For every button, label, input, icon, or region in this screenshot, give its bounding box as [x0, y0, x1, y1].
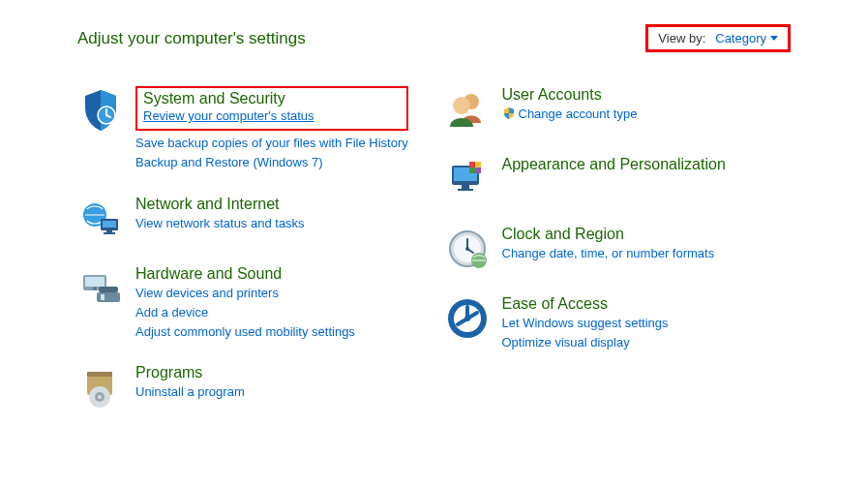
svg-rect-9: [99, 287, 118, 292]
change-account-type-text: Change account type: [519, 107, 638, 121]
svg-point-33: [464, 316, 470, 321]
view-by-highlight: View by: Category: [645, 24, 791, 52]
svg-rect-21: [462, 185, 469, 189]
left-column: System and Security Review your computer…: [77, 86, 425, 434]
backup-restore-link[interactable]: Backup and Restore (Windows 7): [135, 154, 408, 171]
svg-rect-24: [475, 162, 481, 167]
review-status-link[interactable]: Review your computer's status: [143, 107, 401, 125]
svg-rect-23: [469, 162, 475, 167]
category-clock: Clock and Region Change date, time, or n…: [444, 226, 792, 272]
svg-rect-26: [475, 167, 481, 173]
right-column: User Accounts Change account type: [444, 86, 792, 434]
clock-title[interactable]: Clock and Region: [502, 226, 715, 243]
hardware-icon[interactable]: [77, 265, 124, 312]
view-by-label: View by:: [658, 31, 705, 46]
svg-rect-5: [104, 232, 115, 234]
page-title: Adjust your computer's settings: [77, 29, 306, 48]
view-by-value-text: Category: [715, 31, 766, 46]
ease-of-access-icon[interactable]: [444, 295, 491, 342]
date-time-formats-link[interactable]: Change date, time, or number formats: [502, 245, 715, 262]
svg-point-8: [93, 287, 97, 290]
network-status-link[interactable]: View network status and tasks: [135, 215, 305, 232]
clock-icon[interactable]: [444, 226, 491, 272]
category-ease-of-access: Ease of Access Let Windows suggest setti…: [444, 295, 792, 351]
shield-icon[interactable]: [77, 86, 124, 133]
category-hardware: Hardware and Sound View devices and prin…: [77, 265, 425, 342]
category-user-accounts: User Accounts Change account type: [444, 86, 792, 133]
svg-point-29: [465, 247, 469, 251]
category-appearance: Appearance and Personalization: [444, 156, 792, 202]
caret-down-icon: [770, 36, 778, 41]
system-security-title[interactable]: System and Security: [143, 90, 401, 107]
network-icon[interactable]: [77, 196, 124, 242]
svg-point-16: [98, 395, 102, 399]
svg-point-18: [453, 97, 470, 114]
uninstall-link[interactable]: Uninstall a program: [135, 383, 245, 401]
hardware-title[interactable]: Hardware and Sound: [135, 265, 355, 283]
svg-rect-10: [97, 292, 120, 302]
programs-title[interactable]: Programs: [135, 364, 245, 381]
suggest-settings-link[interactable]: Let Windows suggest settings: [502, 315, 669, 332]
svg-rect-11: [101, 294, 105, 300]
category-network: Network and Internet View network status…: [77, 196, 425, 242]
svg-rect-4: [106, 230, 112, 232]
ease-of-access-title[interactable]: Ease of Access: [502, 295, 669, 313]
appearance-icon[interactable]: [444, 156, 491, 202]
svg-rect-7: [85, 277, 105, 287]
network-title[interactable]: Network and Internet: [135, 196, 305, 213]
user-accounts-title[interactable]: User Accounts: [502, 86, 638, 104]
category-programs: Programs Uninstall a program: [77, 364, 425, 411]
optimize-display-link[interactable]: Optimize visual display: [502, 334, 669, 351]
devices-printers-link[interactable]: View devices and printers: [135, 285, 355, 302]
uac-shield-icon: [502, 107, 516, 120]
file-history-link[interactable]: Save backup copies of your files with Fi…: [135, 135, 408, 152]
svg-rect-13: [87, 372, 112, 377]
appearance-title[interactable]: Appearance and Personalization: [502, 156, 726, 173]
programs-icon[interactable]: [77, 364, 124, 411]
change-account-type-link[interactable]: Change account type: [502, 106, 638, 123]
category-system-security: System and Security Review your computer…: [77, 86, 425, 172]
view-by-dropdown[interactable]: Category: [715, 31, 778, 46]
add-device-link[interactable]: Add a device: [135, 304, 355, 321]
svg-rect-25: [469, 167, 475, 173]
system-security-highlight: System and Security Review your computer…: [135, 86, 408, 131]
user-accounts-icon[interactable]: [444, 86, 491, 133]
svg-rect-22: [458, 189, 473, 191]
mobility-settings-link[interactable]: Adjust commonly used mobility settings: [135, 323, 355, 341]
svg-rect-3: [103, 221, 116, 228]
